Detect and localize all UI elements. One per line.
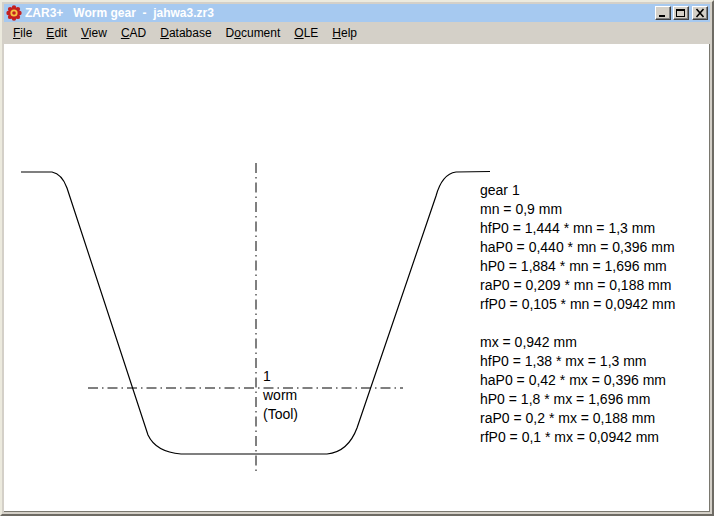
tooth-number-label: 1	[263, 368, 271, 384]
mx-param-line: mx = 0,942 mm	[480, 334, 577, 350]
worm-label: worm	[262, 387, 297, 403]
menu-item-file[interactable]: File	[6, 23, 39, 43]
mx-param-line: hfP0 = 1,38 * mx = 1,3 mm	[480, 353, 647, 369]
menu-label-post: ile	[20, 26, 32, 40]
menu-label-mnemonic: O	[294, 26, 303, 40]
gear-param-line: gear 1	[480, 182, 520, 198]
menu-item-database[interactable]: Database	[153, 23, 218, 43]
mx-param-line: raP0 = 0,2 * mx = 0,188 mm	[480, 410, 655, 426]
mx-param-line: hP0 = 1,8 * mx = 1,696 mm	[480, 391, 650, 407]
minimize-button[interactable]	[655, 6, 671, 20]
window-controls	[655, 6, 708, 20]
menu-label-mnemonic: V	[81, 26, 89, 40]
gear-param-line: raP0 = 0,209 * mn = 0,188 mm	[480, 277, 671, 293]
maximize-button[interactable]	[673, 6, 689, 20]
drawing-canvas: 1 worm (Tool) gear 1 mn = 0,9 mm hfP0 = …	[4, 44, 710, 512]
menu-label-mnemonic: D	[160, 26, 169, 40]
menu-label-post: dit	[54, 26, 67, 40]
window-title: ZAR3+ Worm gear - jahwa3.zr3	[25, 4, 655, 22]
gear-param-line: hfP0 = 1,444 * mn = 1,3 mm	[480, 220, 655, 236]
worm-gear-drawing: 1 worm (Tool) gear 1 mn = 0,9 mm hfP0 = …	[4, 44, 710, 512]
menu-label-pre: D	[226, 26, 235, 40]
gear-param-line: hP0 = 1,884 * mn = 1,696 mm	[480, 258, 667, 274]
app-icon[interactable]	[6, 5, 22, 21]
menu-item-edit[interactable]: Edit	[39, 23, 74, 43]
menu-bar: File Edit View CAD Database Document OLE…	[4, 22, 710, 44]
minimize-icon	[657, 8, 669, 18]
app-window: ZAR3+ Worm gear - jahwa3.zr3 File Edit V…	[0, 0, 714, 516]
menu-label-post: atabase	[169, 26, 212, 40]
gear-param-line: rfP0 = 0,105 * mn = 0,0942 mm	[480, 296, 675, 312]
tool-label: (Tool)	[263, 406, 298, 422]
menu-item-help[interactable]: Help	[325, 23, 364, 43]
gear-param-line: mn = 0,9 mm	[480, 201, 562, 217]
menu-item-view[interactable]: View	[74, 23, 114, 43]
menu-item-cad[interactable]: CAD	[114, 23, 153, 43]
menu-label-post: LE	[304, 26, 319, 40]
menu-item-ole[interactable]: OLE	[287, 23, 325, 43]
menu-label-mnemonic: o	[234, 26, 241, 40]
mx-param-line: rfP0 = 0,1 * mx = 0,0942 mm	[480, 429, 659, 445]
close-button[interactable]	[692, 6, 708, 20]
menu-label-mnemonic: C	[121, 26, 130, 40]
gear-param-line: haP0 = 0,440 * mn = 0,396 mm	[480, 239, 675, 255]
mx-param-line: haP0 = 0,42 * mx = 0,396 mm	[480, 372, 666, 388]
menu-label-post: cument	[241, 26, 280, 40]
menu-label-post: elp	[341, 26, 357, 40]
menu-label-mnemonic: H	[332, 26, 341, 40]
title-bar[interactable]: ZAR3+ Worm gear - jahwa3.zr3	[4, 4, 710, 22]
menu-label-post: iew	[89, 26, 107, 40]
maximize-icon	[675, 8, 687, 18]
menu-label-post: AD	[130, 26, 147, 40]
close-icon	[694, 8, 706, 18]
menu-item-document[interactable]: Document	[219, 23, 288, 43]
